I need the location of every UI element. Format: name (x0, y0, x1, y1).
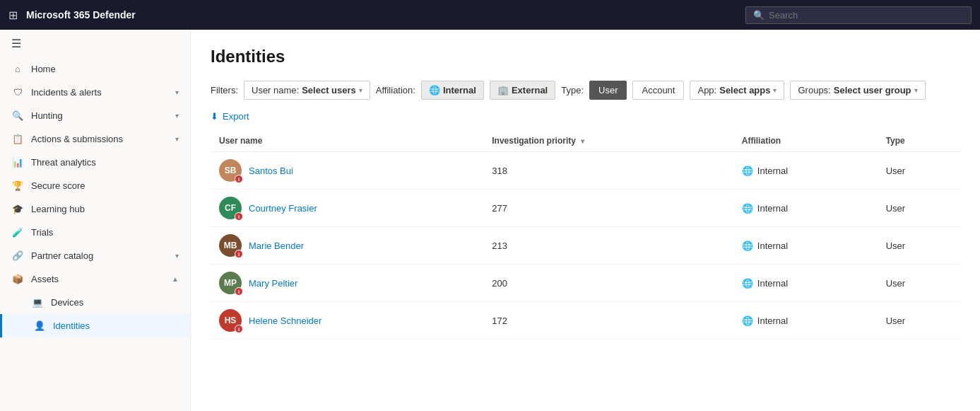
sidebar-item-identities[interactable]: 👤Identities (0, 314, 190, 337)
main-content: Identities Filters: User name: Select us… (191, 30, 980, 411)
table-row[interactable]: MBiMarie Bender213🌐InternalUser (211, 227, 960, 265)
grid-icon[interactable]: ⊞ (8, 8, 18, 22)
search-input[interactable] (769, 10, 964, 21)
username-filter-value: Select users (302, 85, 356, 95)
affiliation-value: Internal (757, 316, 788, 326)
sidebar-item-partner-catalog[interactable]: 🔗Partner catalog▾ (0, 244, 190, 267)
table-row[interactable]: CFiCourtney Frasier277🌐InternalUser (211, 190, 960, 227)
avatar: MPi (219, 272, 242, 294)
affiliation-icon: 🌐 (742, 316, 753, 326)
sidebar-item-label-trials: Trials (31, 227, 53, 238)
sidebar-item-actions-submissions[interactable]: 📋Actions & submissions▾ (0, 127, 190, 151)
partner-catalog-icon: 🔗 (11, 250, 24, 261)
app-filter-label: App: (697, 85, 716, 95)
sidebar-item-label-actions-submissions: Actions & submissions (31, 134, 123, 144)
partner-catalog-chevron-icon: ▾ (175, 252, 179, 260)
incidents-alerts-icon: 🛡 (11, 87, 24, 98)
topbar: ⊞ Microsoft 365 Defender 🔍 (0, 0, 980, 30)
investigation-priority-cell: 318 (483, 152, 733, 190)
user-display-name[interactable]: Helene Schneider (249, 316, 321, 326)
groups-filter-button[interactable]: Groups: Select user group ▾ (790, 81, 925, 100)
sidebar-item-label-assets: Assets (31, 274, 59, 284)
sidebar-item-learning-hub[interactable]: 🎓Learning hub (0, 197, 190, 221)
username-chevron-icon: ▾ (359, 86, 362, 94)
sidebar-item-secure-score[interactable]: 🏆Secure score (0, 174, 190, 197)
avatar-warning-icon: i (235, 250, 243, 258)
type-cell: User (878, 265, 960, 302)
affiliation-external-label: External (512, 85, 548, 95)
groups-chevron-icon: ▾ (914, 86, 918, 94)
col-investigation-priority[interactable]: Investigation priority ▾ (483, 130, 733, 152)
avatar: MBi (219, 234, 242, 257)
affiliation-cell: 🌐Internal (733, 152, 878, 190)
sort-icon: ▾ (581, 137, 584, 145)
affiliation-value: Internal (757, 203, 788, 214)
type-account-button[interactable]: Account (632, 81, 684, 100)
sidebar-item-label-secure-score: Secure score (31, 180, 85, 191)
groups-filter-value: Select user group (834, 85, 911, 95)
sidebar-item-assets[interactable]: 📦Assets▲ (0, 267, 190, 291)
sidebar-item-incidents-alerts[interactable]: 🛡Incidents & alerts▾ (0, 81, 190, 104)
affiliation-label: Affiliation: (376, 85, 415, 95)
avatar-warning-icon: i (235, 175, 243, 183)
type-user-button[interactable]: User (589, 81, 627, 100)
affiliation-value: Internal (757, 166, 788, 176)
filters-label: Filters: (211, 85, 238, 95)
table-row[interactable]: SBiSantos Bui318🌐InternalUser (211, 152, 960, 190)
avatar-warning-icon: i (235, 325, 243, 333)
type-cell: User (878, 152, 960, 190)
sidebar-item-label-learning-hub: Learning hub (31, 204, 85, 214)
user-display-name[interactable]: Santos Bui (249, 166, 293, 176)
avatar: CFi (219, 197, 242, 219)
groups-filter-label: Groups: (798, 85, 830, 95)
export-icon: ⬇ (211, 111, 218, 122)
affiliation-icon: 🌐 (742, 166, 753, 176)
export-row: ⬇ Export (211, 111, 960, 122)
affiliation-icon: 🌐 (742, 241, 753, 251)
trials-icon: 🧪 (11, 227, 24, 238)
affiliation-external-toggle[interactable]: 🏢 External (490, 81, 555, 100)
table-row[interactable]: HSiHelene Schneider172🌐InternalUser (211, 302, 960, 340)
sidebar: ☰ ⌂Home🛡Incidents & alerts▾🔍Hunting▾📋Act… (0, 30, 191, 411)
user-display-name[interactable]: Marie Bender (249, 241, 304, 251)
layout: ☰ ⌂Home🛡Incidents & alerts▾🔍Hunting▾📋Act… (0, 30, 980, 411)
user-name-cell: SBiSantos Bui (211, 152, 483, 190)
affiliation-cell: 🌐Internal (733, 227, 878, 265)
secure-score-icon: 🏆 (11, 180, 24, 191)
affiliation-icon: 🌐 (742, 278, 753, 289)
sidebar-item-trials[interactable]: 🧪Trials (0, 221, 190, 244)
sidebar-item-hunting[interactable]: 🔍Hunting▾ (0, 104, 190, 127)
user-name-cell: HSiHelene Schneider (211, 302, 483, 340)
threat-analytics-icon: 📊 (11, 157, 24, 168)
affiliation-value: Internal (757, 241, 788, 251)
investigation-priority-cell: 213 (483, 227, 733, 265)
export-button[interactable]: ⬇ Export (211, 111, 249, 122)
user-display-name[interactable]: Courtney Frasier (249, 203, 317, 214)
assets-icon: 📦 (11, 274, 24, 284)
sidebar-item-label-partner-catalog: Partner catalog (31, 250, 93, 261)
actions-submissions-chevron-icon: ▾ (175, 135, 179, 143)
affiliation-internal-toggle[interactable]: 🌐 Internal (421, 81, 484, 100)
type-cell: User (878, 302, 960, 340)
sidebar-item-threat-analytics[interactable]: 📊Threat analytics (0, 151, 190, 174)
assets-chevron-icon: ▲ (172, 275, 179, 283)
username-filter-button[interactable]: User name: Select users ▾ (244, 81, 370, 100)
user-display-name[interactable]: Mary Peltier (249, 278, 297, 289)
affiliation-cell: 🌐Internal (733, 190, 878, 227)
sidebar-item-label-incidents-alerts: Incidents & alerts (31, 87, 102, 98)
app-filter-value: Select apps (719, 85, 770, 95)
sidebar-item-home[interactable]: ⌂Home (0, 57, 190, 81)
app-filter-button[interactable]: App: Select apps ▾ (690, 81, 784, 100)
search-icon: 🔍 (753, 10, 764, 21)
sidebar-item-devices[interactable]: 💻Devices (0, 291, 190, 314)
user-name-cell: MBiMarie Bender (211, 227, 483, 265)
sidebar-collapse-button[interactable]: ☰ (0, 30, 190, 57)
filters-row: Filters: User name: Select users ▾ Affil… (211, 81, 960, 100)
export-label: Export (223, 111, 249, 122)
sidebar-item-label-threat-analytics: Threat analytics (31, 157, 96, 168)
table-row[interactable]: MPiMary Peltier200🌐InternalUser (211, 265, 960, 302)
sidebar-item-label-devices: Devices (51, 297, 83, 308)
investigation-priority-cell: 172 (483, 302, 733, 340)
table-body: SBiSantos Bui318🌐InternalUserCFiCourtney… (211, 152, 960, 340)
search-box[interactable]: 🔍 (745, 6, 972, 24)
